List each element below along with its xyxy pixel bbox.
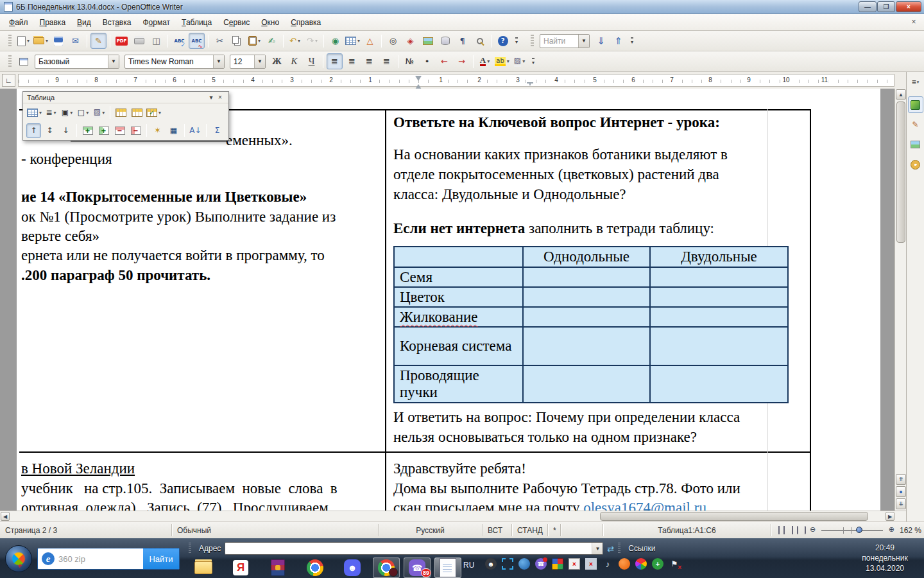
tray-rubik-cube-icon[interactable]: [552, 558, 563, 570]
multi-page-view-icon[interactable]: [783, 526, 785, 534]
toolbar-overflow-button[interactable]: ▾: [628, 33, 637, 49]
tray-avast-icon[interactable]: [619, 558, 630, 570]
zoom-button[interactable]: [472, 33, 488, 49]
table-row[interactable]: Корневая система: [394, 327, 788, 365]
font-size-combo[interactable]: 12 ▼: [230, 55, 266, 69]
close-icon[interactable]: ×: [216, 94, 225, 101]
open-button[interactable]: ▾: [33, 33, 49, 49]
table-floating-toolbar[interactable]: Таблица ▾ × ▾ ≣▾ ▣▾ □▾ ▨▾: [22, 91, 229, 141]
taskbar-writer-icon[interactable]: [434, 557, 461, 578]
font-color-button[interactable]: А▾: [477, 53, 493, 69]
underline-button[interactable]: Ч: [304, 53, 320, 69]
zoom-out-icon[interactable]: ⊖: [810, 525, 816, 534]
taskbar-explorer-icon[interactable]: [193, 557, 214, 578]
split-cells-button[interactable]: [130, 105, 144, 120]
single-page-view-icon[interactable]: [778, 526, 780, 534]
toolbar-grip[interactable]: [189, 543, 191, 554]
toolbar-overflow-button[interactable]: ▾: [529, 53, 538, 69]
edit-file-button[interactable]: ✎: [90, 33, 107, 49]
font-name-combo[interactable]: Times New Roman ▼: [124, 55, 225, 69]
print-button[interactable]: [131, 33, 147, 49]
vertical-scrollbar[interactable]: ▲ ⇈ ● ⇊: [894, 89, 906, 511]
table-header-cell[interactable]: [394, 247, 523, 267]
find-previous-button[interactable]: ⇑: [610, 33, 626, 49]
sort-button[interactable]: A↓: [188, 123, 203, 138]
menu-insert[interactable]: Вставка: [98, 16, 137, 29]
copy-button[interactable]: [229, 33, 245, 49]
address-input[interactable]: ▼: [225, 542, 603, 555]
title-bar[interactable]: 6Б Понедельник 13.04.docx - OpenOffice W…: [0, 0, 924, 14]
insert-table-button[interactable]: ▾: [26, 105, 42, 120]
justify-button[interactable]: ≣: [379, 53, 395, 69]
merge-cells-button[interactable]: [114, 105, 128, 120]
redo-button[interactable]: ↷▾: [304, 33, 320, 49]
find-replace-button[interactable]: ◎: [385, 33, 401, 49]
italic-button[interactable]: К: [286, 53, 302, 69]
scroll-up-icon[interactable]: ▲: [896, 89, 906, 100]
horizontal-scrollbar[interactable]: ◀ ▶: [0, 511, 906, 521]
scrollbar-thumb[interactable]: [600, 512, 868, 521]
find-input[interactable]: Найти ▼: [540, 34, 590, 48]
menu-help[interactable]: Справка: [286, 16, 326, 29]
chevron-down-icon[interactable]: ▼: [213, 55, 224, 68]
tray-update-error-icon[interactable]: ×: [569, 558, 580, 570]
book-view-icon[interactable]: [805, 526, 806, 534]
data-sources-button[interactable]: [437, 33, 453, 49]
table-row[interactable]: Проводящие пучки: [394, 365, 788, 403]
table-row[interactable]: Жилкование: [394, 307, 788, 327]
tray-action-center-icon[interactable]: ⚑: [669, 558, 680, 570]
chevron-down-icon[interactable]: ▼: [108, 55, 119, 68]
sidebar-tab-navigator[interactable]: [908, 156, 923, 173]
refresh-go-icon[interactable]: ⇄: [607, 544, 614, 554]
menu-edit[interactable]: Правка: [35, 16, 71, 29]
zoom-slider[interactable]: ⊖ ⊕: [810, 524, 894, 536]
save-button[interactable]: [50, 33, 66, 49]
status-insert-mode[interactable]: ВСТ: [483, 524, 512, 536]
draw-functions-button[interactable]: △: [362, 33, 378, 49]
paragraph-style-combo[interactable]: Базовый ▼: [35, 55, 119, 69]
status-zoom-value[interactable]: 162 %: [894, 524, 924, 536]
status-selection-mode[interactable]: СТАНД: [512, 524, 548, 536]
sum-button[interactable]: Σ: [210, 123, 225, 138]
zoom-in-icon[interactable]: ⊕: [889, 525, 894, 534]
align-left-button[interactable]: ≣: [327, 53, 343, 69]
scrollbar-thumb[interactable]: [896, 101, 905, 243]
toolbar-grip[interactable]: [618, 543, 620, 554]
taskbar-winrar-icon[interactable]: [267, 557, 289, 578]
previous-page-button[interactable]: ⇈: [896, 474, 906, 485]
decrease-indent-button[interactable]: ←: [436, 53, 452, 69]
menu-view[interactable]: Вид: [72, 16, 96, 29]
new-document-button[interactable]: ▾: [15, 33, 31, 49]
menu-table[interactable]: Таблица: [176, 16, 217, 29]
language-indicator[interactable]: RU: [463, 561, 474, 570]
status-page[interactable]: Страница 2 / 3: [0, 524, 172, 536]
numbered-list-button[interactable]: №: [402, 53, 418, 69]
sidebar-menu-button[interactable]: ≡: [908, 77, 923, 87]
bullet-list-button[interactable]: •: [419, 53, 435, 69]
table-row[interactable]: Семя: [394, 267, 788, 287]
highlighting-button[interactable]: ab▾: [494, 53, 510, 69]
status-page-style[interactable]: Обычный: [172, 524, 379, 536]
spellcheck-button[interactable]: ABC: [171, 33, 187, 49]
tray-device-error-icon[interactable]: ×: [585, 558, 597, 570]
insert-row-button[interactable]: +: [80, 123, 95, 138]
autospellcheck-button[interactable]: ABC: [189, 33, 205, 49]
taskbar-yandex-browser-icon[interactable]: [230, 557, 252, 578]
table-background-button[interactable]: ▨▾: [92, 105, 107, 120]
zoom-slider-thumb[interactable]: [856, 527, 862, 533]
nonprinting-characters-button[interactable]: ¶: [454, 33, 470, 49]
chevron-down-icon[interactable]: ▼: [578, 35, 589, 48]
email-link[interactable]: olesya1674@mail.ru: [583, 500, 706, 511]
format-paintbrush-button[interactable]: ✍: [264, 33, 280, 49]
border-color-button[interactable]: ▣▾: [60, 105, 74, 120]
bold-button[interactable]: Ж: [269, 53, 285, 69]
taskbar-search-box[interactable]: e 360 zip Найти: [37, 548, 180, 570]
toolbar-grip[interactable]: [8, 35, 12, 48]
table-header-cell[interactable]: Однодольные: [523, 247, 650, 267]
autoformat-button[interactable]: ✶: [150, 123, 165, 138]
align-top-button[interactable]: ↑: [26, 123, 41, 138]
maximize-button[interactable]: ❐: [877, 1, 895, 12]
toolbar-grip[interactable]: [8, 55, 12, 68]
increase-indent-button[interactable]: →: [454, 53, 470, 69]
background-color-button[interactable]: ▨▾: [511, 53, 527, 69]
